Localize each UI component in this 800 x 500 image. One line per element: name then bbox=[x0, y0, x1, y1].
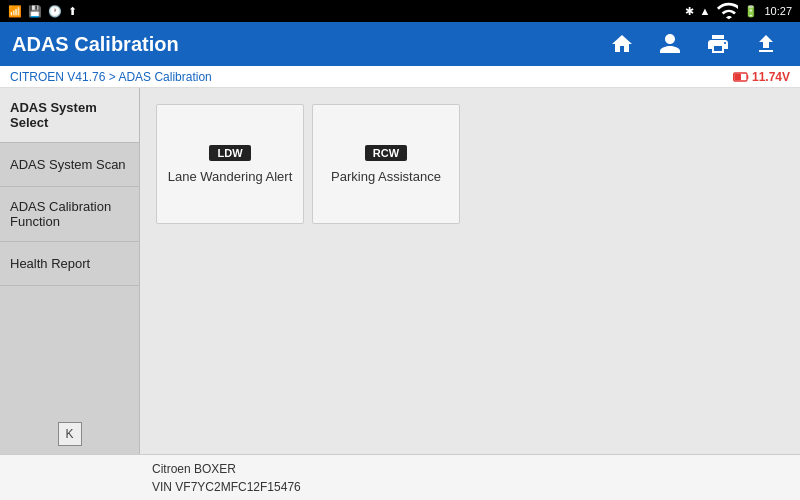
collapse-button[interactable]: K bbox=[58, 422, 82, 446]
status-left-icons: 📶 💾 🕐 ⬆ bbox=[8, 5, 77, 18]
vin-display: VIN VF7YC2MFC12F15476 bbox=[152, 478, 788, 496]
sidebar-footer: K bbox=[0, 414, 139, 454]
status-bar: 📶 💾 🕐 ⬆ ✱ ▲ 🔋 10:27 bbox=[0, 0, 800, 22]
content-area: LDW Lane Wandering Alert RCW Parking Ass… bbox=[140, 88, 800, 454]
app-header: ADAS Calibration bbox=[0, 22, 800, 66]
vehicle-name: Citroen BOXER bbox=[152, 460, 788, 478]
sidebar-item-adas-calibration-function[interactable]: ADAS Calibration Function bbox=[0, 187, 139, 242]
sidebar: ADAS System Select ADAS System Scan ADAS… bbox=[0, 88, 140, 454]
breadcrumb-path: CITROEN V41.76 > ADAS Calibration bbox=[10, 70, 212, 84]
svg-rect-2 bbox=[734, 73, 741, 80]
home-button[interactable] bbox=[600, 24, 644, 64]
rcw-card[interactable]: RCW Parking Assistance bbox=[312, 104, 460, 224]
clock-icon: 🕐 bbox=[48, 5, 62, 18]
breadcrumb: CITROEN V41.76 > ADAS Calibration 11.74V bbox=[0, 66, 800, 88]
battery-icon: 🔋 bbox=[744, 5, 758, 18]
svg-rect-1 bbox=[747, 75, 748, 79]
upload-button[interactable] bbox=[744, 24, 788, 64]
header-icon-group bbox=[600, 24, 788, 64]
rcw-badge: RCW bbox=[365, 145, 407, 161]
status-right-icons: ✱ ▲ 🔋 10:27 bbox=[685, 0, 792, 22]
person-button[interactable] bbox=[648, 24, 692, 64]
sim-icon: 📶 bbox=[8, 5, 22, 18]
sd-icon: 💾 bbox=[28, 5, 42, 18]
ldw-card[interactable]: LDW Lane Wandering Alert bbox=[156, 104, 304, 224]
sidebar-item-adas-system-select[interactable]: ADAS System Select bbox=[0, 88, 139, 143]
voltage-display: 11.74V bbox=[733, 70, 790, 84]
sidebar-item-health-report[interactable]: Health Report bbox=[0, 242, 139, 286]
ldw-badge: LDW bbox=[209, 145, 250, 161]
rcw-label: Parking Assistance bbox=[323, 169, 449, 184]
signal-icon: ▲ bbox=[700, 5, 711, 17]
wifi-icon bbox=[716, 0, 738, 22]
info-bar: Citroen BOXER VIN VF7YC2MFC12F15476 bbox=[0, 454, 800, 500]
time-display: 10:27 bbox=[764, 5, 792, 17]
adas-cards-row: LDW Lane Wandering Alert RCW Parking Ass… bbox=[156, 104, 784, 224]
print-button[interactable] bbox=[696, 24, 740, 64]
sidebar-item-adas-system-scan[interactable]: ADAS System Scan bbox=[0, 143, 139, 187]
battery-small-icon bbox=[733, 71, 749, 83]
bluetooth-icon: ✱ bbox=[685, 5, 694, 18]
usb-icon: ⬆ bbox=[68, 5, 77, 18]
main-layout: ADAS System Select ADAS System Scan ADAS… bbox=[0, 88, 800, 454]
ldw-label: Lane Wandering Alert bbox=[160, 169, 301, 184]
app-title: ADAS Calibration bbox=[12, 33, 179, 56]
